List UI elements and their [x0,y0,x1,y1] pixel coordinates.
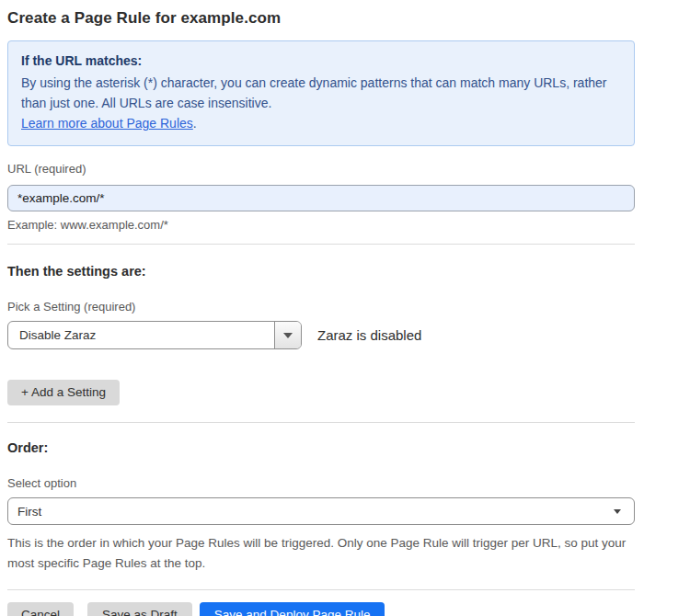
info-box-heading: If the URL matches: [21,51,621,70]
page-title: Create a Page Rule for example.com [7,9,635,28]
divider [7,422,635,423]
url-input[interactable] [7,185,635,211]
save-and-deploy-button[interactable]: Save and Deploy Page Rule [200,602,385,616]
settings-section-heading: Then the settings are: [7,264,635,279]
chevron-down-icon [614,509,621,514]
setting-dropdown[interactable]: Disable Zaraz [7,321,302,349]
order-section-heading: Order: [7,440,635,455]
order-select-label: Select option [7,476,635,491]
add-setting-button[interactable]: + Add a Setting [7,380,120,405]
setting-dropdown-value: Disable Zaraz [8,322,274,348]
learn-more-link[interactable]: Learn more about Page Rules [21,116,193,131]
chevron-down-icon [283,333,293,338]
info-box-body: By using the asterisk (*) character, you… [21,73,621,113]
order-dropdown-value: First [17,505,41,519]
pick-setting-label: Pick a Setting (required) [7,300,635,314]
save-as-draft-button[interactable]: Save as Draft [87,602,192,616]
order-dropdown[interactable]: First [7,497,635,525]
setting-status-text: Zaraz is disabled [317,327,421,343]
setting-dropdown-button[interactable] [274,322,301,348]
cancel-button[interactable]: Cancel [7,602,74,616]
divider [7,589,635,590]
url-field-label: URL (required) [7,162,635,177]
info-box-link-line: Learn more about Page Rules. [21,113,621,133]
url-match-info-box: If the URL matches: By using the asteris… [7,40,635,146]
order-help-text: This is the order in which your Page Rul… [7,533,635,574]
setting-row: Disable Zaraz Zaraz is disabled [7,321,635,349]
divider [7,244,635,245]
url-example-text: Example: www.example.com/* [7,218,635,232]
link-suffix: . [193,116,197,131]
page-rule-form: Create a Page Rule for example.com If th… [7,9,635,616]
action-button-row: Cancel Save as Draft Save and Deploy Pag… [7,602,635,616]
